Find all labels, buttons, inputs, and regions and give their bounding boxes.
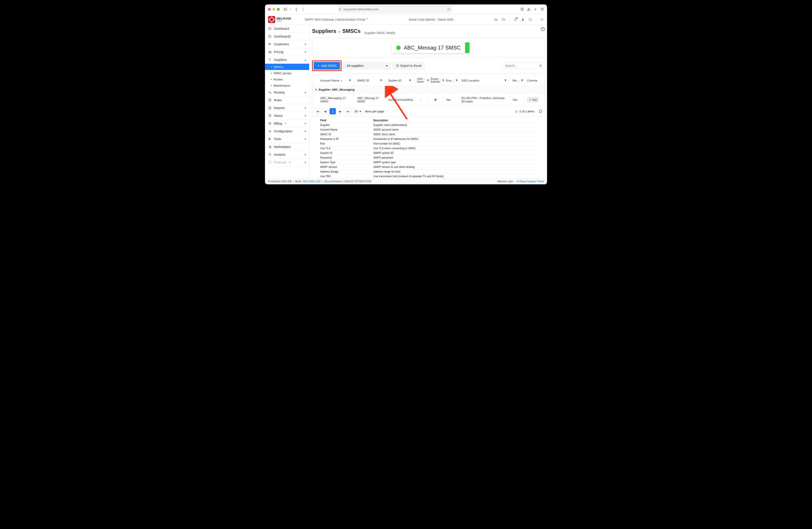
pager-next[interactable]: ▶ [337,108,343,114]
sidebar: Dashboard Dashboard2 Customers▾ Pricing▾… [265,25,309,178]
sidebar-item-routing[interactable]: Routing▾ [265,89,309,97]
sidebar-item-billing[interactable]: Billing •▾ [265,120,309,128]
bell-icon[interactable] [513,18,517,21]
app-header: MELROSE LABS SMPP SMS Gateway | Administ… [265,14,547,25]
sidebar-item-configuration[interactable]: Configuration▾ [265,128,309,135]
col-enabled[interactable]: Ena… [443,74,459,86]
grid-refresh-button[interactable] [539,109,542,113]
sidebar-item-financial[interactable]: Financial ▾ [265,159,309,166]
col-smsc-id[interactable]: SMSC ID [354,74,386,86]
chevron-down-icon[interactable]: ▾ [290,8,291,11]
help-button[interactable]: ? [541,27,545,31]
documentation-link[interactable]: Documentation [324,180,342,183]
sidebar-sub-smscs[interactable]: SMSCs [265,64,309,70]
sidebar-item-status[interactable]: Status▾ [265,112,309,120]
svg-rect-11 [502,19,505,21]
svg-rect-7 [541,9,543,11]
sidebar-item-marketplace[interactable]: Marketplace [265,143,309,151]
filter-icon[interactable] [348,79,352,82]
pager: ⏮ ◀ 1 ▶ ⏭ 50▾ items per page 1 - 1 of 1 … [312,106,545,117]
hero-card: ABC_Messag 17 SMSC [312,38,545,57]
window-minimize[interactable] [273,8,275,11]
pager-prev[interactable]: ◀ [322,108,328,114]
nav-forward-button[interactable]: ❯ [301,7,304,11]
tabs-icon[interactable] [540,8,544,11]
col-ssg-location[interactable]: SSG Location [459,74,510,86]
address-bar[interactable]: ssg-portal.melroselabs.com [338,6,452,12]
brand-logo[interactable]: MELROSE LABS [268,16,291,23]
cell-adm-down: ↑ [415,94,428,106]
col-adm-down[interactable]: Adm… Down [415,74,428,86]
reload-icon[interactable] [447,8,450,11]
svg-rect-18 [269,51,271,53]
download-icon[interactable] [520,8,524,11]
window-close[interactable] [268,8,271,11]
app-context: Acme Corp (demo) - Demo SSG [409,18,453,21]
refresh-icon[interactable] [528,18,532,21]
svg-rect-2 [339,9,341,10]
sidebar-item-analysis[interactable]: Analysis▾ [265,151,309,159]
svg-point-31 [269,123,270,123]
sidebar-sub-routes[interactable]: Routes [265,76,309,83]
pager-first[interactable]: ⏮ [315,108,321,114]
svg-line-41 [541,66,542,67]
breadcrumb-suppliers[interactable]: Suppliers [312,28,336,34]
pager-info: 1 - 1 of 1 items [515,110,534,113]
col-account-name[interactable]: Account Name▴ [312,74,354,86]
raise-ticket-link[interactable]: ✉ Raise Support Ticket [517,180,544,183]
sidebar-sub-smsc-groups[interactable]: SMSC groups [265,70,309,76]
annotation-highlight: ＋ Add SMSC [312,60,342,71]
user-icon[interactable] [521,18,525,21]
address-text: ssg-portal.melroselabs.com [343,8,378,11]
window-zoom[interactable] [277,8,280,11]
edit-button[interactable]: Edi [527,97,539,103]
chevron-down-icon: ▾ [386,64,388,68]
breadcrumb-subtitle: Supplier SMSC details [363,30,395,36]
sidebar-item-dashboard2[interactable]: Dashboard2 [265,33,309,41]
sidebar-item-customers[interactable]: Customers▾ [265,41,309,48]
page-size-select[interactable]: 50▾ [352,108,364,114]
table-row[interactable]: ABC_Messaging 17 SMSC ABC_Messag 17 SMSC… [312,93,545,106]
col-commands: Comma [524,74,536,86]
sidebar-sub-maintenance[interactable]: Maintenance [265,83,309,89]
sidebar-item-suppliers[interactable]: Suppliers▴ [265,56,309,64]
new-tab-icon[interactable] [534,8,537,11]
logout-icon[interactable] [540,18,544,21]
svg-rect-8 [494,19,496,20]
sidebar-item-dashboard[interactable]: Dashboard [265,25,309,33]
add-smsc-button[interactable]: ＋ Add SMSC [314,62,340,70]
build-link[interactable]: 2024.208.1229 [303,180,320,183]
nav-back-button[interactable]: ❮ [295,7,298,11]
sidebar-item-rules[interactable]: Rules [265,97,309,104]
pager-last[interactable]: ⏭ [345,108,351,114]
footer: Production SSG DB | Build: 2024.208.1229… [265,178,547,184]
sidebar-item-reports[interactable]: Reports▾ [265,104,309,112]
breadcrumb-smscs: SMSCs [342,28,361,34]
supplier-filter-select[interactable]: All suppliers ▾ [344,62,390,69]
sidebar-item-tools[interactable]: Tools▾ [265,135,309,143]
arrow-up-icon: ↑ [420,98,422,102]
smsc-status-badge: ABC_Messag 17 SMSC [392,42,465,53]
truck-icon[interactable] [494,18,498,21]
col-system-id[interactable]: System ID [386,74,415,86]
group-row[interactable]: ▾ Supplier: ABC_Messaging [312,86,545,93]
pager-page-1[interactable]: 1 [330,108,336,114]
folder-icon[interactable] [502,18,505,21]
export-excel-button[interactable]: Export to Excel [393,62,425,69]
brand-name: MELROSE [276,17,291,20]
sidebar-item-pricing[interactable]: Pricing▾ [265,48,309,56]
cell-ssg-location: EU-DE-FRA - Frankfurt, Germany (Europe) [459,94,510,106]
cell-suspend [428,94,443,106]
share-icon[interactable] [527,8,531,11]
svg-point-33 [270,148,270,148]
status-dot-icon [434,99,437,101]
col-mo[interactable]: Mo… [510,74,524,86]
lock-icon [289,161,291,164]
col-suspend[interactable]: Suspe… Submits [428,74,443,86]
toolbar: ＋ Add SMSC All suppliers ▾ Export to Exc… [312,60,545,71]
export-icon [396,64,399,67]
svg-point-22 [271,93,271,93]
sidebar-toggle-icon[interactable] [284,8,287,11]
cell-enabled: Yes [443,94,459,106]
search-input[interactable]: Search... [503,62,545,69]
